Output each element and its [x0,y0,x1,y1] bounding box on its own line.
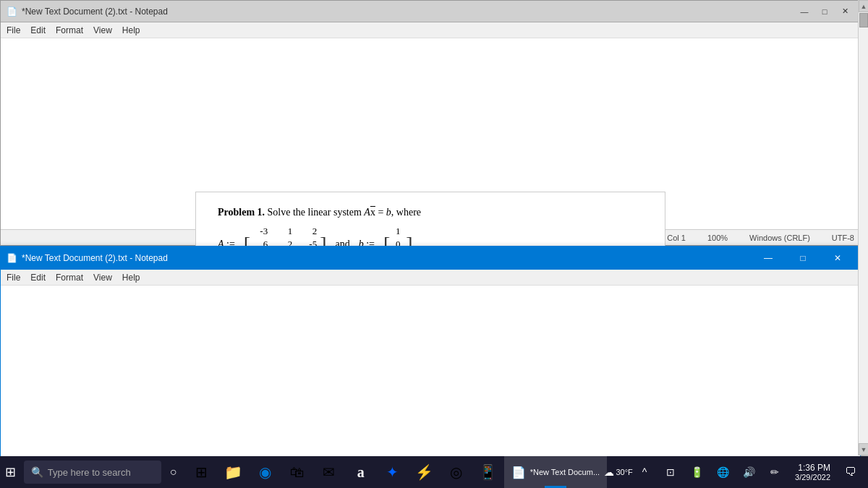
cortana-icon: ○ [170,466,177,479]
taskbar-active-notepad[interactable]: 📄 *New Text Docum... [504,456,607,488]
bg-close-button[interactable]: ✕ [835,4,854,20]
bg-menu-bar: File Edit Format View Help [1,22,860,38]
bg-title-left: 📄 *New Text Document (2).txt - Notepad [7,7,168,17]
problem-description: Solve the linear system Ax = b, where [268,207,421,218]
fg-menu-edit[interactable]: Edit [30,273,46,283]
windows-icon: ⊞ [5,464,16,480]
battery-icon-btn[interactable]: 🔋 [685,459,708,485]
fg-minimize-button[interactable]: — [752,247,785,270]
network-icon-btn[interactable]: 🌐 [711,459,734,485]
taskview-icon: ⊞ [195,463,208,481]
bg-menu-file[interactable]: File [7,25,20,35]
fg-win-controls: — □ ✕ [752,247,854,270]
matrix-row-1: -3 1 2 [253,226,317,237]
pen-icon: ✏ [770,466,779,478]
a11: -3 [253,226,268,237]
a13: 2 [302,226,317,237]
fg-close-button[interactable]: ✕ [821,247,854,270]
foreground-notepad: 📄 *New Text Document (2).txt - Notepad —… [0,246,861,474]
notification-button[interactable]: 🗨 [839,459,862,485]
fg-menu-file[interactable]: File [7,273,20,283]
taskbar-apps: ⊞ 📁 ◉ 🛍 ✉ a ✦ ⚡ ◎ 📱 [186,456,504,488]
system-tray: ☁ 30°F ^ ⊡ 🔋 🌐 🔊 ✏ 1:36 PM 3/29/2022 🗨 [607,456,868,488]
fg-menu-view[interactable]: View [93,273,112,283]
fg-editor-area[interactable] [1,286,860,473]
dropbox-icon: ✦ [386,463,399,481]
fg-notepad-title: *New Text Document (2).txt - Notepad [22,253,168,263]
weather-temp: 30°F [616,468,632,476]
taskbar-app-taskview[interactable]: ⊞ [186,456,218,488]
bg-encoding: UTF-8 [832,234,854,242]
volume-icon: 🔊 [743,466,755,478]
bg-zoom-level: 100% [707,234,728,242]
bg-menu-format[interactable]: Format [56,25,83,35]
volume-icon-btn[interactable]: 🔊 [737,459,760,485]
mail-icon: ✉ [323,463,335,481]
caret-up-button[interactable]: ^ [633,459,656,485]
taskbar: ⊞ 🔍 Type here to search ○ ⊞ 📁 ◉ 🛍 ✉ a ✦ [0,456,868,488]
taskbar-app-amazon[interactable]: a [345,456,377,488]
taskbar-app-edge[interactable]: ◉ [250,456,281,488]
fg-title-left: 📄 *New Text Document (2).txt - Notepad [7,253,168,263]
a12: 1 [278,226,292,237]
active-notepad-icon: 📄 [511,466,526,479]
edge-icon: ◉ [259,463,271,481]
clock-time: 1:36 PM [798,463,830,473]
fg-notepad-icon: 📄 [7,253,17,263]
bg-menu-view[interactable]: View [93,25,112,35]
bg-menu-help[interactable]: Help [122,25,140,35]
taskmanager-icon-btn[interactable]: ⊡ [659,459,682,485]
scrollbar-thumb[interactable] [859,13,868,27]
taskbar-clock[interactable]: 1:36 PM 3/29/2022 [789,456,836,488]
problem-label: Problem 1. [218,207,265,218]
bg-line-ending: Windows (CRLF) [749,234,810,242]
fg-menu-bar: File Edit Format View Help [1,270,860,286]
search-icon: 🔍 [31,466,43,478]
bg-minimize-button[interactable]: — [795,4,814,20]
taskbar-app-explorer[interactable]: 📁 [218,456,250,488]
fg-title-bar: 📄 *New Text Document (2).txt - Notepad —… [1,247,860,270]
bg-title-bar: 📄 *New Text Document (2).txt - Notepad —… [1,1,860,22]
amazon-icon: a [357,464,365,481]
scrollbar[interactable]: ▲ ▼ [858,0,868,455]
caret-up-icon: ^ [642,466,647,478]
fg-maximize-button[interactable]: □ [786,247,820,270]
bg-menu-edit[interactable]: Edit [30,25,46,35]
fg-menu-format[interactable]: Format [56,273,83,283]
taskbar-app-phone[interactable]: 📱 [472,456,504,488]
bg-notepad-icon: 📄 [7,7,17,17]
chrome-icon: ◎ [450,463,462,481]
weather-widget[interactable]: ☁ 30°F [607,459,630,485]
bg-win-controls: — □ ✕ [795,4,854,20]
taskbar-app-mail[interactable]: ✉ [313,456,345,488]
active-notepad-label: *New Text Docum... [530,468,600,476]
taskbar-search[interactable]: 🔍 Type here to search [24,461,161,484]
taskbar-app-dropbox[interactable]: ✦ [377,456,409,488]
taskbar-app-lightning[interactable]: ⚡ [409,456,441,488]
store-icon: 🛍 [290,464,305,481]
taskbar-app-chrome[interactable]: ◎ [441,456,472,488]
scrollbar-down[interactable]: ▼ [859,443,868,455]
notification-icon: 🗨 [845,466,856,479]
pen-icon-btn[interactable]: ✏ [763,459,786,485]
clock-date: 3/29/2022 [795,473,830,481]
b1: 1 [393,226,403,237]
cortana-button[interactable]: ○ [164,456,183,488]
start-button[interactable]: ⊞ [0,456,21,488]
battery-icon: 🔋 [691,466,703,478]
taskbar-app-store[interactable]: 🛍 [281,456,313,488]
taskmanager-icon: ⊡ [666,466,675,478]
bg-notepad-title: *New Text Document (2).txt - Notepad [22,7,168,17]
scrollbar-up[interactable]: ▲ [859,0,868,12]
phone-icon: 📱 [479,463,497,481]
fg-menu-help[interactable]: Help [122,273,140,283]
problem-statement: Problem 1. Solve the linear system Ax = … [218,207,643,218]
lightning-icon: ⚡ [415,463,433,481]
explorer-icon: 📁 [224,463,242,481]
search-placeholder: Type here to search [48,467,131,478]
bg-maximize-button[interactable]: □ [815,4,834,20]
network-icon: 🌐 [717,466,729,478]
